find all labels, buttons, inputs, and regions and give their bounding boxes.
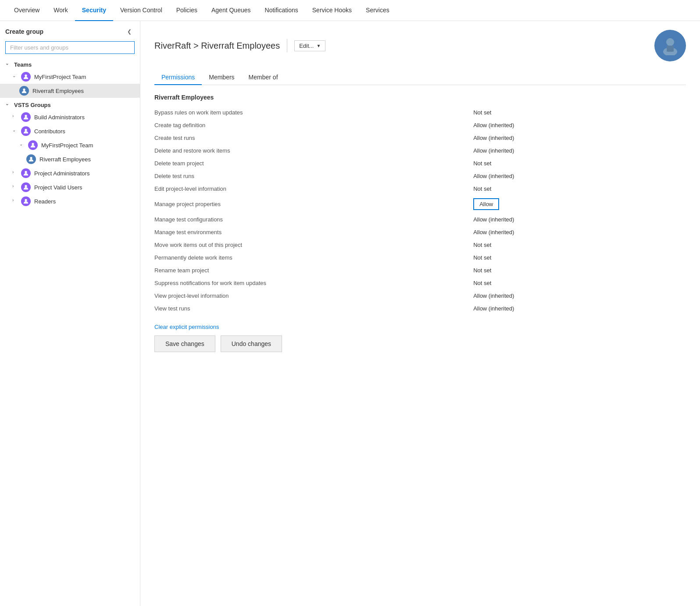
permissions-table: Bypass rules on work item updatesNot set…: [154, 106, 686, 315]
readers-item[interactable]: › Readers: [0, 194, 140, 208]
project-administrators-icon: [21, 168, 31, 178]
build-administrators-icon: [21, 112, 31, 122]
contributors-myfirstproject-label: MyFirstProject Team: [41, 142, 93, 149]
contributors-myfirstproject-chevron-icon: ⌄: [19, 142, 26, 149]
project-administrators-item[interactable]: › Project Administrators: [0, 166, 140, 180]
svg-point-9: [666, 38, 674, 46]
collapse-sidebar-button[interactable]: ❮: [124, 26, 135, 37]
nav-notifications[interactable]: Notifications: [258, 0, 305, 21]
table-row[interactable]: Delete test runsAllow (inherited): [154, 170, 686, 182]
vsts-groups-chevron-icon: ⌄: [5, 101, 12, 108]
permission-value[interactable]: Allow (inherited): [473, 289, 686, 302]
myfirstproject-team-item[interactable]: ⌄ MyFirstProject Team: [0, 70, 140, 84]
table-row[interactable]: View test runsAllow (inherited): [154, 302, 686, 315]
contributors-myfirstproject-item[interactable]: ⌄ MyFirstProject Team: [0, 138, 140, 152]
contributors-riverraft-item[interactable]: Riverraft Employees: [0, 152, 140, 166]
table-row[interactable]: Create tag definitionAllow (inherited): [154, 119, 686, 132]
svg-point-2: [25, 115, 27, 117]
svg-point-5: [30, 157, 32, 159]
undo-button[interactable]: Undo changes: [221, 335, 282, 352]
table-row[interactable]: Bypass rules on work item updatesNot set: [154, 106, 686, 119]
nav-policies[interactable]: Policies: [169, 0, 204, 21]
top-nav: Overview Work Security Version Control P…: [0, 0, 700, 21]
group-name: Riverraft Employees: [154, 94, 686, 101]
permission-name: Permanently delete work items: [154, 251, 473, 264]
permission-value[interactable]: Allow (inherited): [473, 119, 686, 132]
table-row[interactable]: Manage test environmentsAllow (inherited…: [154, 226, 686, 239]
vsts-groups-section-header[interactable]: ⌄ VSTS Groups: [0, 100, 140, 110]
vsts-groups-label: VSTS Groups: [14, 102, 51, 108]
table-row[interactable]: View project-level informationAllow (inh…: [154, 289, 686, 302]
search-input[interactable]: [5, 41, 135, 54]
permission-value[interactable]: Allow: [473, 195, 686, 213]
nav-service-hooks[interactable]: Service Hooks: [305, 0, 359, 21]
build-admin-chevron-icon: ›: [12, 114, 19, 121]
table-row[interactable]: Suppress notifications for work item upd…: [154, 277, 686, 289]
permission-value[interactable]: Not set: [473, 182, 686, 195]
build-administrators-label: Build Administrators: [34, 114, 85, 121]
readers-chevron-icon: ›: [12, 198, 19, 205]
permission-value[interactable]: Allow (inherited): [473, 170, 686, 182]
svg-point-1: [23, 89, 25, 91]
table-row[interactable]: Move work items out of this projectNot s…: [154, 239, 686, 251]
nav-agent-queues[interactable]: Agent Queues: [204, 0, 258, 21]
permission-value[interactable]: Not set: [473, 239, 686, 251]
table-row[interactable]: Manage project propertiesAllow: [154, 195, 686, 213]
nav-security[interactable]: Security: [75, 0, 113, 21]
permission-value[interactable]: Allow (inherited): [473, 226, 686, 239]
riverraft-employees-teams-item[interactable]: Riverraft Employees: [0, 84, 140, 98]
content-header: RiverRaft > Riverraft Employees Edit... …: [154, 30, 686, 61]
permission-value[interactable]: Allow (inherited): [473, 213, 686, 226]
table-row[interactable]: Create test runsAllow (inherited): [154, 132, 686, 144]
permission-value[interactable]: Allow (inherited): [473, 144, 686, 157]
table-row[interactable]: Manage test configurationsAllow (inherit…: [154, 213, 686, 226]
contributors-label: Contributors: [34, 128, 65, 135]
svg-point-0: [25, 75, 27, 77]
permission-value[interactable]: Not set: [473, 277, 686, 289]
permission-value[interactable]: Not set: [473, 106, 686, 119]
permission-value[interactable]: Allow (inherited): [473, 302, 686, 315]
header-separator: [287, 39, 287, 52]
search-box: [5, 41, 135, 54]
actions-row: Clear explicit permissions Save changes …: [154, 324, 686, 352]
permission-name: Manage test configurations: [154, 213, 473, 226]
tab-members[interactable]: Members: [202, 70, 241, 85]
buttons-row: Save changes Undo changes: [154, 335, 686, 352]
table-row[interactable]: Edit project-level informationNot set: [154, 182, 686, 195]
permission-value[interactable]: Allow (inherited): [473, 132, 686, 144]
permission-name: Delete team project: [154, 157, 473, 170]
project-administrators-label: Project Administrators: [34, 170, 89, 177]
tab-permissions[interactable]: Permissions: [154, 70, 202, 85]
permission-value[interactable]: Not set: [473, 264, 686, 277]
contributors-item[interactable]: ⌄ Contributors: [0, 124, 140, 138]
clear-permissions-link[interactable]: Clear explicit permissions: [154, 324, 686, 330]
teams-section: ⌄ Teams ⌄ MyFirstProject Team: [0, 59, 140, 98]
permission-name: Suppress notifications for work item upd…: [154, 277, 473, 289]
nav-overview[interactable]: Overview: [7, 0, 46, 21]
project-valid-users-label: Project Valid Users: [34, 184, 82, 191]
tab-member-of[interactable]: Member of: [242, 70, 285, 85]
edit-dropdown[interactable]: Edit... ▼: [294, 40, 325, 51]
table-row[interactable]: Delete and restore work itemsAllow (inhe…: [154, 144, 686, 157]
save-button[interactable]: Save changes: [154, 335, 215, 352]
teams-label: Teams: [14, 61, 32, 68]
contributors-riverraft-icon: [26, 154, 36, 164]
vsts-groups-section: ⌄ VSTS Groups › Build Administrators ⌄: [0, 100, 140, 208]
nav-work[interactable]: Work: [46, 0, 75, 21]
readers-label: Readers: [34, 198, 56, 205]
edit-label: Edit...: [299, 43, 314, 49]
breadcrumb: RiverRaft > Riverraft Employees: [154, 41, 280, 51]
nav-version-control[interactable]: Version Control: [113, 0, 169, 21]
nav-services[interactable]: Services: [359, 0, 396, 21]
build-administrators-item[interactable]: › Build Administrators: [0, 110, 140, 124]
table-row[interactable]: Rename team projectNot set: [154, 264, 686, 277]
permission-value[interactable]: Not set: [473, 251, 686, 264]
table-row[interactable]: Permanently delete work itemsNot set: [154, 251, 686, 264]
table-row[interactable]: Delete team projectNot set: [154, 157, 686, 170]
contributors-myfirstproject-icon: [28, 140, 38, 150]
project-valid-users-item[interactable]: › Project Valid Users: [0, 180, 140, 194]
permission-name: Edit project-level information: [154, 182, 473, 195]
teams-section-header[interactable]: ⌄ Teams: [0, 59, 140, 70]
permission-value[interactable]: Not set: [473, 157, 686, 170]
contributors-chevron-icon: ⌄: [12, 128, 19, 135]
